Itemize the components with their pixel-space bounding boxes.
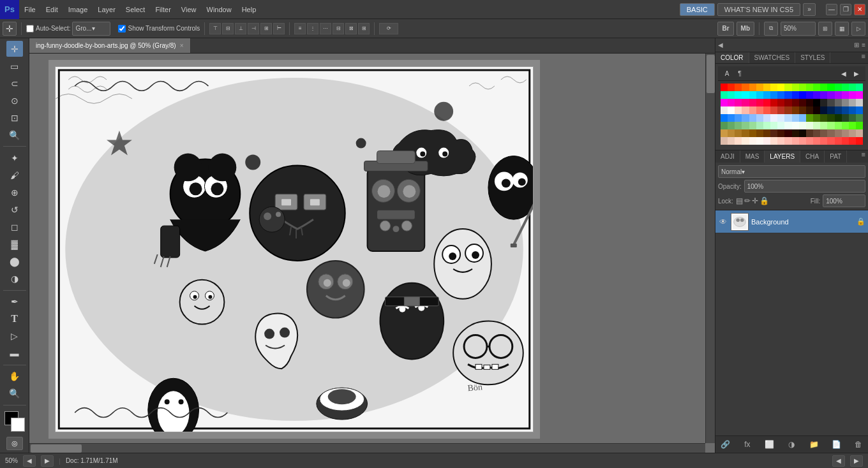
show-transform-checkbox[interactable] xyxy=(118,25,126,33)
workspace-expand-btn[interactable]: » xyxy=(803,3,816,16)
color-swatch-cell[interactable] xyxy=(784,106,791,114)
color-swatch-cell[interactable] xyxy=(749,106,756,114)
delete-layer-icon[interactable]: 🗑 xyxy=(851,438,865,451)
move-tool-btn[interactable]: ✛ xyxy=(3,22,17,36)
color-swatch-cell[interactable] xyxy=(770,106,777,114)
text-tool[interactable]: T xyxy=(6,311,23,327)
color-swatch-cell[interactable] xyxy=(735,137,742,145)
dist-vc-icon[interactable]: ⋮ xyxy=(307,23,318,34)
layers-panel-menu[interactable]: ≡ xyxy=(859,150,868,163)
color-swatch-cell[interactable] xyxy=(763,91,770,99)
blur-tool[interactable]: ⬤ xyxy=(6,254,23,270)
opacity-input[interactable]: 100% xyxy=(744,180,865,193)
lock-transparent-icon[interactable]: ▤ xyxy=(736,196,743,205)
color-swatch-cell[interactable] xyxy=(735,122,742,129)
color-swatch-cell[interactable] xyxy=(842,84,849,91)
scroll-thumb-horizontal[interactable] xyxy=(31,444,82,453)
color-swatch-cell[interactable] xyxy=(777,99,784,106)
auto-select-dropdown[interactable]: Gro...▾ xyxy=(72,22,110,36)
color-swatch-cell[interactable] xyxy=(799,99,806,106)
color-swatch-cell[interactable] xyxy=(721,106,728,114)
color-swatch-cell[interactable] xyxy=(770,137,777,145)
path-selection-tool[interactable]: ▷ xyxy=(6,328,23,344)
color-swatch-cell[interactable] xyxy=(813,114,820,122)
color-swatch-cell[interactable] xyxy=(827,122,834,129)
color-swatch-cell[interactable] xyxy=(799,129,806,137)
color-swatch-cell[interactable] xyxy=(799,122,806,129)
color-swatch-cell[interactable] xyxy=(728,99,735,106)
add-mask-icon[interactable]: ⬜ xyxy=(763,438,777,451)
color-swatch-cell[interactable] xyxy=(784,91,791,99)
marquee-tool[interactable]: ▭ xyxy=(6,58,23,74)
color-swatch-cell[interactable] xyxy=(849,106,856,114)
color-swatch-cell[interactable] xyxy=(792,99,799,106)
collapse-icon[interactable]: ◀ xyxy=(718,41,723,48)
dist-bottom-icon[interactable]: ⋯ xyxy=(320,23,331,34)
color-swatch-cell[interactable] xyxy=(820,84,827,91)
color-swatch-cell[interactable] xyxy=(770,114,777,122)
menu-image[interactable]: Image xyxy=(63,0,93,18)
eyedropper-tool[interactable]: 🔍 xyxy=(6,127,23,143)
color-swatch-cell[interactable] xyxy=(721,84,728,91)
color-swatch-cell[interactable] xyxy=(792,129,799,137)
color-swatch-cell[interactable] xyxy=(749,129,756,137)
color-swatch-cell[interactable] xyxy=(856,84,863,91)
color-swatch-cell[interactable] xyxy=(827,106,834,114)
tab-styles[interactable]: STYLES xyxy=(795,52,830,63)
panel-expand-left[interactable]: ◀ xyxy=(837,68,850,79)
color-swatch-cell[interactable] xyxy=(742,84,749,91)
layer-visibility-eye[interactable]: 👁 xyxy=(718,217,728,227)
color-swatch-cell[interactable] xyxy=(728,114,735,122)
color-swatch-cell[interactable] xyxy=(799,106,806,114)
color-swatch-cell[interactable] xyxy=(777,114,784,122)
color-swatch-cell[interactable] xyxy=(856,129,863,137)
color-swatch-cell[interactable] xyxy=(735,129,742,137)
background-color[interactable] xyxy=(11,418,25,432)
color-swatch-cell[interactable] xyxy=(728,129,735,137)
history-brush-tool[interactable]: ↺ xyxy=(6,201,23,217)
color-swatch-cell[interactable] xyxy=(792,91,799,99)
scroll-thumb-vertical[interactable] xyxy=(707,55,715,93)
color-swatch-cell[interactable] xyxy=(827,91,834,99)
zoom-in-btn[interactable]: ▶ xyxy=(41,455,54,467)
pen-tool[interactable]: ✒ xyxy=(6,294,23,310)
grid-icon[interactable]: ⊞ xyxy=(854,41,859,48)
color-swatch-cell[interactable] xyxy=(806,99,813,106)
color-swatch-cell[interactable] xyxy=(827,137,834,145)
color-swatch-cell[interactable] xyxy=(820,137,827,145)
align-top-icon[interactable]: ⊤ xyxy=(209,23,221,34)
color-swatch-cell[interactable] xyxy=(756,99,763,106)
healing-tool[interactable]: ✦ xyxy=(6,150,23,166)
color-swatch-cell[interactable] xyxy=(835,114,842,122)
lasso-tool[interactable]: ⊂ xyxy=(6,75,23,91)
screen-mode-btn[interactable]: ⧉ xyxy=(764,22,778,36)
color-swatch-cell[interactable] xyxy=(806,84,813,91)
color-panel-menu[interactable]: ≡ xyxy=(859,52,868,63)
color-swatch-cell[interactable] xyxy=(827,99,834,106)
color-swatch-cell[interactable] xyxy=(842,114,849,122)
color-swatch-cell[interactable] xyxy=(784,129,791,137)
eraser-tool[interactable]: ◻ xyxy=(6,219,23,235)
status-nav-right[interactable]: ▶ xyxy=(850,455,863,467)
color-swatch-cell[interactable] xyxy=(849,99,856,106)
color-swatch-cell[interactable] xyxy=(856,114,863,122)
menu-select[interactable]: Select xyxy=(121,0,151,18)
color-swatch-cell[interactable] xyxy=(813,122,820,129)
color-swatch-cell[interactable] xyxy=(749,137,756,145)
color-swatch-cell[interactable] xyxy=(770,129,777,137)
menu-window[interactable]: Window xyxy=(202,0,237,18)
color-swatch-cell[interactable] xyxy=(806,137,813,145)
menu-view[interactable]: View xyxy=(176,0,202,18)
crop-tool[interactable]: ⊡ xyxy=(6,110,23,126)
color-swatch-cell[interactable] xyxy=(842,137,849,145)
align-bottom-icon[interactable]: ⊥ xyxy=(235,23,246,34)
shape-tool[interactable]: ▬ xyxy=(6,346,23,362)
color-swatch-cell[interactable] xyxy=(792,122,799,129)
color-swatch-cell[interactable] xyxy=(835,137,842,145)
menu-filter[interactable]: Filter xyxy=(150,0,176,18)
align-hcenter-icon[interactable]: ⊞ xyxy=(260,23,272,34)
color-swatch-cell[interactable] xyxy=(770,84,777,91)
workspace-basic-btn[interactable]: BASIC xyxy=(680,3,715,16)
lock-position-icon[interactable]: ✛ xyxy=(752,196,758,205)
color-swatch-cell[interactable] xyxy=(749,114,756,122)
